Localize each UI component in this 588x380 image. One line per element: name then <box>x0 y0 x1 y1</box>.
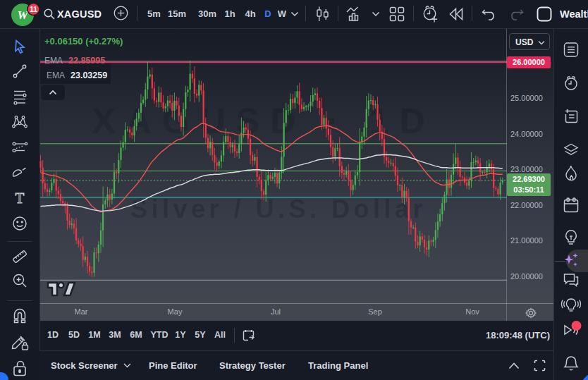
help-bubble[interactable] <box>0 372 8 380</box>
replay-icon[interactable] <box>448 7 464 21</box>
pattern-tool-icon[interactable] <box>11 114 28 130</box>
range-1d[interactable]: 1D <box>47 321 59 350</box>
range-5d[interactable]: 5D <box>68 321 80 350</box>
text-tool-icon[interactable]: T <box>13 190 27 206</box>
calendar-icon[interactable] <box>563 197 580 214</box>
interval-1w[interactable]: W <box>276 0 288 28</box>
search-icon[interactable] <box>43 8 56 20</box>
forecast-tool-icon[interactable] <box>11 140 28 155</box>
stock-screener-tab[interactable]: Stock Screener <box>51 351 118 380</box>
toolbar-separator <box>8 300 32 301</box>
tradingview-logo[interactable] <box>47 278 76 300</box>
toolbar-separator <box>234 328 235 343</box>
alerts-icon[interactable] <box>563 75 580 92</box>
object-tree-icon[interactable] <box>563 142 580 158</box>
ideas-icon[interactable] <box>563 229 579 246</box>
ema-label: EMA <box>47 71 65 80</box>
toolbar-separator <box>472 6 472 21</box>
indicators-icon[interactable] <box>345 6 364 23</box>
interval-15m[interactable]: 15m <box>166 0 188 28</box>
save-layout-icon[interactable] <box>537 6 552 22</box>
axis-settings-gear-icon[interactable] <box>525 307 537 319</box>
alert-price-label[interactable]: 26.00000 <box>507 56 551 68</box>
range-3m[interactable]: 3M <box>109 321 121 350</box>
chart-pane[interactable]: XAGUSD · 1D Silver / U.S. Dollar +0.0615… <box>40 29 553 321</box>
lock-all-drawings-icon[interactable] <box>11 359 28 377</box>
streams-icon[interactable] <box>562 297 581 314</box>
magnet-tool-icon[interactable] <box>11 309 28 325</box>
price-tick: 23.00000 <box>510 165 543 173</box>
last-price-label[interactable]: 22.6930003:50:11 <box>507 173 551 196</box>
cursor-tool-icon[interactable] <box>12 39 27 54</box>
interval-5m[interactable]: 5m <box>145 0 164 28</box>
drawing-toolbar: T <box>0 29 40 351</box>
currency-selector[interactable]: USD <box>509 33 550 50</box>
ema-slow-legend-row[interactable]: EMA23.03259 <box>47 68 107 81</box>
emoji-tool-icon[interactable] <box>12 216 27 231</box>
drawing-mode-lock-icon[interactable] <box>11 333 29 350</box>
range-1m[interactable]: 1M <box>88 321 100 350</box>
interval-4h[interactable]: 4h <box>243 0 258 28</box>
range-5y[interactable]: 5Y <box>195 321 205 350</box>
trading-panel-tab[interactable]: Trading Panel <box>308 351 368 380</box>
price-tick: 25.00000 <box>510 94 543 102</box>
bar-countdown: 03:50:11 <box>513 185 544 194</box>
zoom-in-tool-icon[interactable] <box>12 273 27 288</box>
panel-maximize-icon[interactable] <box>534 360 546 372</box>
panel-expand-chevron-icon[interactable] <box>508 362 520 369</box>
alert-add-icon[interactable] <box>421 5 440 24</box>
screener-chevron-icon[interactable] <box>123 363 131 368</box>
price-change-label: +0.06150 (+0.27%) <box>44 36 123 47</box>
trend-line-tool-icon[interactable] <box>12 63 27 79</box>
measure-tool-icon[interactable] <box>11 248 28 265</box>
strategy-tester-tab[interactable]: Strategy Tester <box>219 351 286 380</box>
range-all[interactable]: All <box>214 321 226 350</box>
top-toolbar: W 11 XAGUSD 5m 15m 30m 1h 4h D W <box>0 0 588 29</box>
month-tick: Sep <box>368 307 382 317</box>
brand-label: Wealth <box>560 0 588 28</box>
toolbar-separator <box>413 6 414 21</box>
toolbar-separator <box>305 6 306 21</box>
brush-tool-icon[interactable] <box>11 165 28 179</box>
pine-editor-tab[interactable]: Pine Editor <box>149 351 197 380</box>
chart-style-icon[interactable] <box>314 6 331 23</box>
range-ytd[interactable]: YTD <box>151 321 169 350</box>
last-price-value: 22.69300 <box>513 175 545 183</box>
compare-add-icon[interactable] <box>114 6 128 20</box>
toolbar-separator <box>8 241 32 242</box>
legend-collapse-button[interactable] <box>40 84 66 101</box>
go-to-date-icon[interactable] <box>242 329 255 342</box>
fib-tool-icon[interactable] <box>12 89 27 104</box>
ai-sparkle-icon[interactable] <box>562 251 580 269</box>
range-6m[interactable]: 6M <box>130 321 142 350</box>
notifications-bell-icon[interactable] <box>563 355 580 373</box>
layout-grid-icon[interactable] <box>388 6 405 23</box>
interval-dropdown-chevron-icon[interactable] <box>290 11 299 17</box>
price-tick: 22.00000 <box>510 201 543 209</box>
watchlist-icon[interactable] <box>563 42 580 58</box>
symbol-search-button[interactable]: XAGUSD <box>57 0 102 28</box>
month-tick: Nov <box>465 307 479 317</box>
hotlists-icon[interactable] <box>563 164 579 183</box>
redo-icon[interactable] <box>508 8 524 20</box>
broker-logo[interactable]: W 11 <box>6 1 37 28</box>
utc-clock[interactable]: 18:09:48 (UTC) <box>486 321 550 350</box>
indicators-dropdown-chevron-icon[interactable] <box>372 11 380 17</box>
currency-label: USD <box>515 37 533 48</box>
month-tick: May <box>168 307 183 317</box>
timeframe-toolbar: 1D 5D 1M 3M 6M YTD 1Y 5Y All 18:09:48 (U… <box>40 321 553 350</box>
price-tick: 21.00000 <box>510 236 543 245</box>
undo-icon[interactable] <box>482 8 497 20</box>
notes-icon[interactable] <box>563 108 580 125</box>
notification-badge: 11 <box>30 6 37 13</box>
interval-30m[interactable]: 30m <box>197 0 218 28</box>
interval-1d[interactable]: D <box>262 0 274 28</box>
chat-icon[interactable] <box>563 272 580 288</box>
interval-1h[interactable]: 1h <box>222 0 238 28</box>
svg-text:T: T <box>16 190 25 207</box>
live-streams-icon[interactable] <box>561 320 581 340</box>
range-1y[interactable]: 1Y <box>175 321 185 350</box>
right-sidebar <box>553 29 588 380</box>
month-tick: Mar <box>75 307 88 317</box>
price-tick: 20.00000 <box>510 272 543 281</box>
